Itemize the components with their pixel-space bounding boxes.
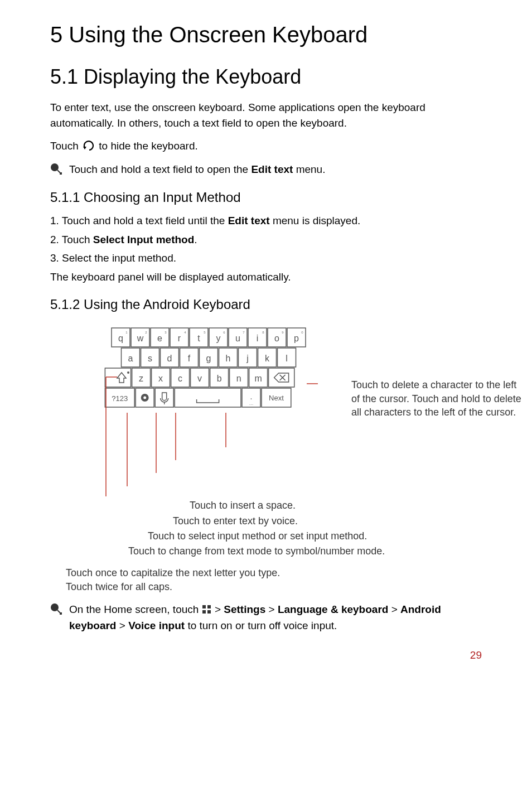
svg-point-86 [51, 603, 59, 611]
intro-paragraph-2: Touch to hide the keyboard. [50, 138, 482, 154]
text: > [215, 603, 224, 615]
text: to turn on or turn off voice input. [185, 620, 337, 631]
text: > [265, 603, 278, 615]
subsection-2-title: 5.1.2 Using the Android Keyboard [50, 297, 482, 312]
svg-text:z: z [139, 374, 143, 383]
svg-text:j: j [246, 354, 249, 363]
svg-text:6: 6 [223, 331, 225, 334]
text: On the Home screen, touch [69, 603, 202, 615]
callout-method: Touch to select input method or set inpu… [148, 529, 482, 543]
svg-text:8: 8 [262, 331, 264, 334]
svg-text:f: f [188, 354, 191, 363]
svg-text:3: 3 [165, 331, 167, 334]
svg-text:5: 5 [204, 331, 206, 334]
caps-note: Touch once to capitalize the next letter… [66, 566, 482, 594]
caps-line-1: Touch once to capitalize the next letter… [66, 566, 482, 580]
svg-rect-90 [207, 610, 211, 614]
text: menu is displayed. [270, 215, 361, 226]
bold-text: Settings [224, 603, 265, 615]
svg-text:v: v [197, 374, 202, 383]
page-number: 29 [50, 649, 482, 661]
svg-text:r: r [178, 334, 181, 343]
step-3: 3. Select the input method. [50, 250, 482, 266]
text: 1. Touch and hold a text field until the [50, 215, 228, 226]
note-row-edit-text: Touch and hold a text field to open the … [50, 162, 482, 178]
text: > [388, 603, 400, 615]
svg-rect-73 [175, 388, 241, 407]
svg-text:Next: Next [269, 394, 284, 402]
svg-rect-88 [207, 605, 211, 608]
note-row-voice-input: On the Home screen, touch > Settings > L… [50, 602, 482, 634]
svg-text:y: y [216, 334, 221, 343]
apps-icon [202, 605, 212, 615]
svg-text:…: … [249, 401, 254, 406]
svg-text:b: b [217, 374, 222, 383]
bold-text: Select Input method [93, 234, 195, 245]
svg-text:0: 0 [301, 331, 303, 334]
tip-icon [50, 603, 64, 616]
text: . [194, 234, 197, 245]
bold-text: Voice input [128, 620, 185, 631]
svg-marker-0 [83, 147, 86, 149]
svg-text:?123: ?123 [112, 394, 128, 403]
svg-text:a: a [128, 354, 133, 363]
bold-text: Edit text [228, 215, 270, 226]
svg-point-51 [127, 371, 129, 374]
svg-text:q: q [118, 334, 123, 343]
svg-text:m: m [254, 374, 262, 383]
svg-text:7: 7 [243, 331, 245, 334]
svg-text:l: l [286, 354, 288, 363]
svg-text:i: i [257, 334, 259, 343]
section-title: 5.1 Displaying the Keyboard [50, 65, 482, 89]
svg-text:.: . [250, 392, 253, 401]
text: to hide the keyboard. [99, 140, 197, 152]
svg-text:4: 4 [184, 331, 186, 334]
svg-text:c: c [178, 374, 182, 383]
svg-point-71 [143, 397, 146, 399]
svg-rect-87 [202, 605, 206, 608]
svg-text:2: 2 [145, 331, 147, 334]
bold-text: Edit text [251, 163, 293, 175]
callout-delete: Touch to delete a character to the left … [351, 378, 524, 419]
text: 2. Touch [50, 234, 93, 245]
callout-voice: Touch to enter text by voice. [173, 514, 482, 528]
back-icon [81, 140, 96, 151]
svg-rect-66 [269, 368, 294, 387]
tip-icon [50, 163, 64, 176]
svg-text:g: g [206, 354, 211, 363]
callout-mode: Touch to change from text mode to symbol… [128, 544, 482, 558]
step-1: 1. Touch and hold a text field until the… [50, 213, 482, 229]
text: > [116, 620, 128, 631]
svg-text:n: n [236, 374, 241, 383]
text: menu. [293, 163, 325, 175]
svg-text:h: h [226, 354, 231, 363]
svg-text:x: x [158, 374, 163, 383]
svg-rect-89 [202, 610, 206, 614]
callout-space: Touch to insert a space. [190, 499, 482, 513]
svg-text:1: 1 [125, 331, 128, 334]
caps-line-2: Touch twice for all caps. [66, 580, 482, 594]
svg-point-1 [51, 163, 59, 171]
svg-text:u: u [235, 334, 240, 343]
subsection-1-title: 5.1.1 Choosing an Input Method [50, 190, 482, 205]
text: Touch and hold a text field to open the [69, 163, 251, 175]
svg-text:s: s [148, 354, 152, 363]
svg-text:w: w [137, 334, 144, 343]
svg-text:d: d [167, 354, 172, 363]
svg-text:p: p [294, 334, 299, 343]
svg-text:e: e [157, 334, 162, 343]
keyboard-svg: q1w2e3r4t5y6u7i8o9p0 asdfghjkl zxcvbnm ?… [84, 323, 318, 496]
svg-text:9: 9 [282, 331, 284, 334]
callouts-below: Touch to insert a space. Touch to enter … [117, 499, 482, 558]
chapter-title: 5 Using the Onscreen Keyboard [50, 22, 482, 47]
keyboard-diagram: q1w2e3r4t5y6u7i8o9p0 asdfghjkl zxcvbnm ?… [84, 323, 482, 558]
intro-paragraph-1: To enter text, use the onscreen keyboard… [50, 100, 482, 131]
svg-text:o: o [274, 334, 279, 343]
svg-text:t: t [197, 334, 200, 343]
bold-text: Language & keyboard [278, 603, 389, 615]
step-2: 2. Touch Select Input method. [50, 232, 482, 248]
svg-text:k: k [265, 354, 270, 363]
text: Touch [50, 140, 81, 152]
after-steps-paragraph: The keyboard panel will be displayed aut… [50, 269, 482, 285]
